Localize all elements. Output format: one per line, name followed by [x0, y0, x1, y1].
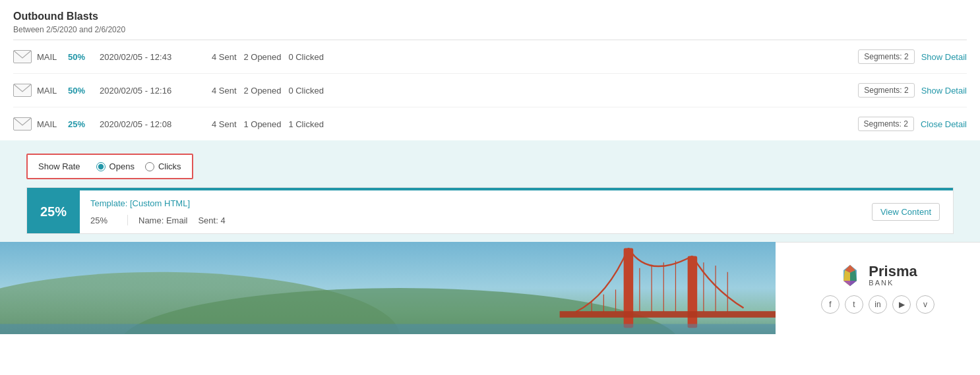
blast-date: 2020/02/05 - 12:16: [100, 86, 205, 96]
blast-opened: 2 Opened: [243, 86, 281, 96]
page-container: Outbound Blasts Between 2/5/2020 and 2/6…: [0, 0, 980, 334]
blast-row: MAIL 25% 2020/02/05 - 12:08 4 Sent 1 Ope…: [13, 107, 967, 140]
blast-type: MAIL: [37, 52, 60, 62]
blast-stats: 4 Sent 2 Opened 0 Clicked: [212, 86, 858, 96]
page-title: Outbound Blasts: [13, 11, 967, 22]
mail-icon: [13, 117, 32, 130]
youtube-icon[interactable]: ▶: [892, 295, 911, 314]
template-info: Template: [Custom HTML] 25% Name: Email …: [80, 190, 872, 233]
detail-controls: Show Rate Opens Clicks: [26, 154, 193, 179]
segment-percent: 25%: [90, 216, 117, 225]
prisma-logo: Prisma BANK: [838, 264, 917, 287]
blast-actions: Segments: 2 Close Detail: [858, 117, 967, 131]
view-content-button[interactable]: View Content: [872, 203, 940, 221]
opens-radio-option[interactable]: Opens: [96, 161, 135, 171]
segments-badge: Segments: 2: [858, 49, 914, 64]
blast-clicked: 0 Clicked: [288, 52, 323, 62]
blast-stats: 4 Sent 1 Opened 1 Clicked: [212, 119, 858, 129]
detail-content: 25% Template: [Custom HTML] 25% Name: Em…: [26, 187, 954, 234]
radio-group: Opens Clicks: [96, 161, 181, 171]
svg-marker-24: [843, 281, 857, 286]
clicks-label: Clicks: [158, 161, 181, 171]
mail-icon: [13, 50, 32, 63]
blast-date: 2020/02/05 - 12:43: [100, 52, 205, 62]
show-detail-button[interactable]: Show Detail: [921, 52, 967, 62]
blast-clicked: 0 Clicked: [288, 86, 323, 96]
segments-badge: Segments: 2: [858, 83, 914, 98]
blast-row: MAIL 50% 2020/02/05 - 12:43 4 Sent 2 Ope…: [13, 40, 967, 74]
social-icons: f t in ▶ v: [821, 295, 934, 314]
mail-icon: [13, 84, 32, 97]
show-detail-button[interactable]: Show Detail: [921, 86, 967, 96]
preview-panel: Prisma BANK f t in ▶ v: [0, 242, 980, 334]
preview-content-panel: Prisma BANK f t in ▶ v: [776, 242, 980, 334]
blast-sent: 4 Sent: [212, 52, 237, 62]
detail-panel: Show Rate Opens Clicks 25%: [0, 140, 980, 334]
svg-rect-19: [0, 324, 776, 334]
detail-inner: 25% Template: [Custom HTML] 25% Name: Em…: [27, 190, 953, 233]
svg-rect-18: [560, 311, 776, 318]
date-range: Between 2/5/2020 and 2/6/2020: [13, 25, 967, 34]
show-rate-label: Show Rate: [38, 161, 80, 171]
blast-type: MAIL: [37, 86, 60, 96]
vimeo-icon[interactable]: v: [916, 295, 934, 314]
segment-divider: [127, 215, 128, 225]
detail-percent: 25%: [27, 190, 80, 233]
segment-row: 25% Name: Email Sent: 4: [90, 215, 861, 225]
blast-date: 2020/02/05 - 12:08: [100, 119, 205, 129]
template-value: [Custom HTML]: [130, 198, 190, 208]
blast-percent: 50%: [68, 52, 93, 62]
blast-actions: Segments: 2 Show Detail: [858, 49, 967, 64]
blast-opened: 2 Opened: [243, 52, 281, 62]
blast-percent: 25%: [68, 119, 93, 129]
blast-opened: 1 Opened: [243, 119, 281, 129]
close-detail-button[interactable]: Close Detail: [921, 119, 967, 129]
blast-sent: 4 Sent: [212, 119, 237, 129]
clicks-radio[interactable]: [145, 162, 154, 171]
linkedin-icon[interactable]: in: [869, 295, 887, 314]
logo-text: Prisma BANK: [869, 264, 917, 287]
clicks-radio-option[interactable]: Clicks: [145, 161, 181, 171]
blast-list: MAIL 50% 2020/02/05 - 12:43 4 Sent 2 Ope…: [0, 40, 980, 140]
opens-radio[interactable]: [96, 162, 106, 171]
header-section: Outbound Blasts Between 2/5/2020 and 2/6…: [0, 0, 980, 40]
opens-label: Opens: [109, 161, 135, 171]
blast-sent: 4 Sent: [212, 86, 237, 96]
logo-gem-icon: [838, 264, 862, 287]
blast-row: MAIL 50% 2020/02/05 - 12:16 4 Sent 2 Ope…: [13, 74, 967, 107]
logo-name: Prisma: [869, 264, 917, 279]
logo-sub: BANK: [869, 279, 917, 287]
segments-badge: Segments: 2: [858, 117, 914, 131]
blast-percent: 50%: [68, 86, 93, 96]
blast-clicked: 1 Clicked: [288, 119, 323, 129]
blast-actions: Segments: 2 Show Detail: [858, 83, 967, 98]
blast-type: MAIL: [37, 119, 60, 129]
segment-name: Name: Email: [138, 216, 187, 225]
blast-stats: 4 Sent 2 Opened 0 Clicked: [212, 52, 858, 62]
bridge-svg: [0, 242, 776, 334]
facebook-icon[interactable]: f: [821, 295, 840, 314]
preview-image-area: [0, 242, 776, 334]
twitter-icon[interactable]: t: [845, 295, 863, 314]
segment-sent: Sent: 4: [198, 216, 225, 225]
template-name: Template: [Custom HTML]: [90, 198, 861, 208]
